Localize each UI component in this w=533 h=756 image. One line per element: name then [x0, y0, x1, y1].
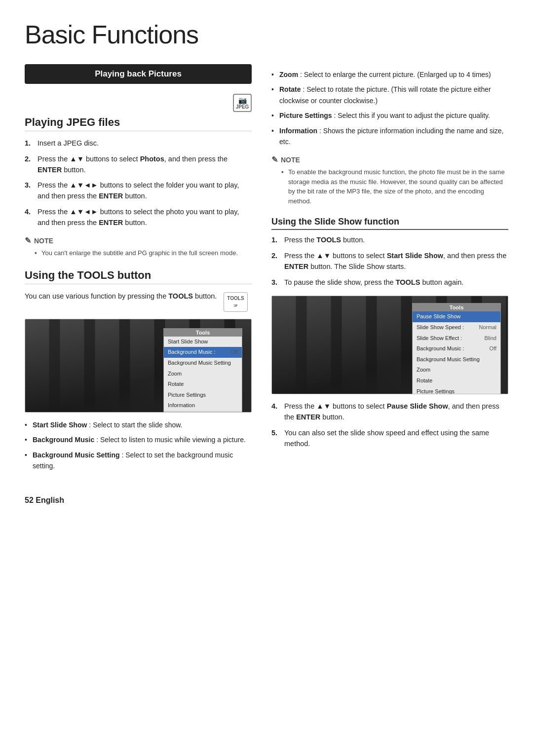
step-2: 2. Press the ▲▼ buttons to select Photos… [25, 154, 252, 176]
note-list-jpeg: You can't enlarge the subtitle and PG gr… [25, 248, 252, 258]
slide-step-5: 5. You can also set the slide show speed… [271, 428, 508, 450]
playing-back-banner: Playing back Pictures [25, 64, 252, 84]
screenshot-background: Tools Start Slide Show Background Music … [25, 319, 251, 412]
menu-item-bg-music-setting: Background Music Setting [164, 358, 242, 369]
slideshow-screenshot-bg: Tools Pause Slide Show Slide Show Speed … [272, 296, 508, 394]
jpeg-icon-area: 📷 JPEG [25, 94, 252, 112]
tools-screenshot: Tools Start Slide Show Background Music … [25, 319, 252, 413]
jpeg-steps-list: 1. Insert a JPEG disc. 2. Press the ▲▼ b… [25, 138, 252, 228]
bullet-bg-music-setting: Background Music Setting : Select to set… [25, 450, 252, 472]
menu2-zoom: Zoom [413, 365, 500, 376]
slideshow-section: Using the Slide Show function 1. Press t… [271, 217, 508, 449]
slideshow-steps-list: 1. Press the TOOLS button. 2. Press the … [271, 235, 508, 288]
tools-menu-title-2: Tools [413, 303, 500, 311]
slideshow-title: Using the Slide Show function [271, 217, 508, 230]
menu-item-information: Information [164, 400, 242, 411]
slide-step-2: 2. Press the ▲▼ buttons to select Start … [271, 251, 508, 272]
slideshow-steps-list-2: 4. Press the ▲▼ buttons to select Pause … [271, 401, 508, 449]
menu2-bg-music-setting: Background Music Setting [413, 354, 500, 365]
note-item-1: You can't enlarge the subtitle and PG gr… [35, 248, 252, 258]
menu-item-picture-settings: Picture Settings [164, 390, 242, 401]
bullet-picture-settings: Picture Settings : Select this if you wa… [271, 110, 508, 121]
menu2-rotate: Rotate [413, 376, 500, 386]
page-footer: 52 English [25, 496, 508, 505]
note-box-jpeg: NOTE You can't enlarge the subtitle and … [25, 236, 252, 258]
menu-item-start-slide: Start Slide Show [164, 337, 242, 347]
bullet-rotate: Rotate : Select to rotate the picture. (… [271, 84, 508, 106]
step-4: 4. Press the ▲▼◄► buttons to select the … [25, 207, 252, 228]
menu-item-rotate: Rotate [164, 379, 242, 390]
slide-step-3: 3. To pause the slide show, press the TO… [271, 277, 508, 288]
tools-menu-title: Tools [164, 329, 242, 337]
tools-menu-overlay2: Tools Pause Slide Show Slide Show Speed … [412, 303, 501, 394]
page-title: Basic Functions [25, 20, 508, 49]
tools-menu-footer: ⊡ Enter ↺ Return [164, 411, 242, 413]
note-box-right: NOTE To enable the background music func… [271, 155, 508, 206]
menu2-pause-slide: Pause Slide Show [413, 311, 500, 322]
note-title-jpeg: NOTE [25, 236, 252, 245]
menu-item-zoom: Zoom [164, 369, 242, 379]
menu2-bg-music: Background Music : Off [413, 343, 500, 354]
left-column: Playing back Pictures 📷 JPEG Playing JPE… [25, 64, 252, 476]
bullet-information: Information : Shows the picture informat… [271, 125, 508, 148]
tools-desc: You can use various function by pressing… [25, 291, 252, 312]
note-list-right: To enable the background music function,… [271, 167, 508, 206]
tools-menu-overlay: Tools Start Slide Show Background Music … [163, 328, 242, 413]
playing-jpeg-title: Playing JPEG files [25, 116, 252, 131]
menu-item-bg-music: Background Music : Off [164, 347, 242, 358]
step-1: 1. Insert a JPEG disc. [25, 138, 252, 149]
right-bullet-list-top: Zoom : Select to enlarge the current pic… [271, 69, 508, 147]
camera-icon: 📷 [238, 96, 247, 104]
slideshow-screenshot: Tools Pause Slide Show Slide Show Speed … [271, 296, 508, 394]
tools-bullet-list: Start Slide Show : Select to start the s… [25, 419, 252, 472]
note-item-right-1: To enable the background music function,… [281, 167, 508, 206]
menu2-slide-effect: Slide Show Effect : Blind [413, 333, 500, 344]
menu2-picture-settings: Picture Settings [413, 386, 500, 395]
right-column: Zoom : Select to enlarge the current pic… [271, 64, 508, 476]
menu2-slide-speed: Slide Show Speed : Normal [413, 322, 500, 333]
jpeg-icon-box: 📷 JPEG [233, 94, 252, 112]
step-3: 3. Press the ▲▼◄► buttons to select the … [25, 180, 252, 202]
bullet-start-slide: Start Slide Show : Select to start the s… [25, 419, 252, 430]
tools-section-title: Using the TOOLS button [25, 269, 252, 284]
slide-step-1: 1. Press the TOOLS button. [271, 235, 508, 246]
bullet-zoom: Zoom : Select to enlarge the current pic… [271, 69, 508, 80]
jpeg-label: JPEG [236, 104, 249, 110]
note-title-right: NOTE [271, 155, 508, 164]
slide-step-4: 4. Press the ▲▼ buttons to select Pause … [271, 401, 508, 423]
bullet-bg-music: Background Music : Select to listen to m… [25, 434, 252, 445]
tools-button-icon: TOOLS ☞ [224, 292, 247, 312]
tools-section: Using the TOOLS button You can use vario… [25, 269, 252, 472]
